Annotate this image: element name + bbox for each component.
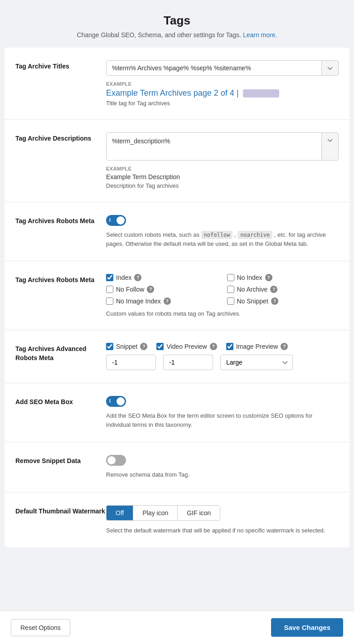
index-label[interactable]: Index [116,274,131,281]
remove-snippet-data-row: Remove Snippet Data Remove schema data f… [5,442,349,493]
video-preview-label[interactable]: Video Preview [166,343,207,350]
snippet-label[interactable]: Snippet [116,343,137,350]
advanced-robots-checkboxes: Snippet ? Video Preview ? Image Preview … [106,343,339,350]
example-label-titles: EXAMPLE [106,81,339,87]
index-help-icon[interactable]: ? [134,274,141,281]
watermark-btn-group: Off Play icon GIF icon [106,505,220,521]
save-changes-button[interactable]: Save Changes [271,618,343,637]
index-checkbox[interactable] [106,274,113,281]
robots-meta-toggle[interactable]: I [106,215,126,226]
page-subtitle: Change Global SEO, Schema, and other set… [9,31,345,39]
tag-archives-advanced-robots-row: Tag Archives Advanced Robots Meta Snippe… [5,330,349,383]
video-preview-checkbox[interactable] [156,343,164,350]
remove-snippet-data-toggle-slider [106,455,126,466]
no-index-label[interactable]: No Index [237,274,262,281]
no-follow-help-icon[interactable]: ? [147,286,154,293]
add-seo-meta-box-description: Add the SEO Meta Box for the term editor… [106,411,339,429]
example-label-desc: EXAMPLE [106,166,339,171]
example-desc-titles: Title tag for Tag archives [106,100,339,107]
image-preview-select[interactable]: Large Standard None [220,355,293,370]
video-preview-value-input[interactable] [163,355,213,370]
tag-archive-titles-input[interactable] [107,61,321,75]
robots-meta-toggle-knob [116,216,125,224]
no-index-help-icon[interactable]: ? [265,274,272,281]
watermark-description: Select the default watermark that will b… [106,526,339,535]
nofollow-code: nofollow [201,231,233,239]
no-image-index-help-icon[interactable]: ? [164,298,171,305]
snippet-value-input[interactable] [106,355,156,370]
footer-bar: Reset Options Save Changes [0,610,354,644]
advanced-robots-inputs: Large Standard None [106,355,339,370]
checkbox-no-archive: No Archive ? [227,286,339,293]
checkbox-index: Index ? [106,274,218,281]
no-image-index-checkbox[interactable] [106,298,113,305]
tag-archives-advanced-robots-label: Tag Archives Advanced Robots Meta [15,343,106,362]
watermark-gif-icon-btn[interactable]: GIF icon [178,506,220,520]
example-blurred-titles [243,89,279,98]
tag-archives-robots-meta-toggle-label: Tag Archives Robots Meta [15,215,106,226]
no-snippet-help-icon[interactable]: ? [271,298,278,305]
noarchive-code: noarchive [238,231,272,239]
tag-archive-descriptions-textarea[interactable]: %term_description% [107,133,321,160]
custom-values-note: Custom values for robots meta tag on Tag… [106,310,339,317]
tag-archive-titles-input-wrapper [106,60,339,76]
snippet-checkbox[interactable] [106,343,113,350]
add-seo-meta-box-row: Add SEO Meta Box I Add the SEO Meta Box … [5,383,349,442]
default-thumbnail-watermark-label: Default Thumbnail Watermark [15,505,106,516]
no-snippet-label[interactable]: No Snippet [237,298,268,305]
tag-archive-descriptions-dropdown-btn[interactable] [321,133,338,160]
no-follow-label[interactable]: No Follow [116,286,144,293]
image-preview-label[interactable]: Image Preview [236,343,278,350]
tag-archives-robots-meta-checkboxes-label: Tag Archives Robots Meta [15,274,106,285]
example-value-titles: Example Term Archives page 2 of 4 | [106,88,339,98]
image-preview-help-icon[interactable]: ? [281,343,288,350]
checkbox-no-follow: No Follow ? [106,286,218,293]
example-desc-desc: Description for Tag archives [106,182,339,189]
add-seo-meta-box-toggle-knob [116,397,125,405]
remove-snippet-data-label: Remove Snippet Data [15,455,106,466]
video-preview-checkbox-item: Video Preview ? [156,343,217,350]
tag-archive-titles-dropdown-btn[interactable] [321,61,338,75]
default-thumbnail-watermark-row: Default Thumbnail Watermark Off Play ico… [5,493,349,548]
tag-archives-robots-meta-toggle-row: Tag Archives Robots Meta I Select custom… [5,202,349,261]
robots-meta-checkboxes-grid: Index ? No Index ? No Follow ? [106,274,339,305]
tag-archives-robots-meta-checkboxes-row: Tag Archives Robots Meta Index ? No Inde… [5,261,349,330]
reset-options-button[interactable]: Reset Options [11,619,70,636]
no-archive-checkbox[interactable] [227,286,234,293]
page-title: Tags [9,14,345,28]
add-seo-meta-box-toggle-slider: I [106,396,126,407]
checkbox-no-snippet: No Snippet ? [227,298,339,305]
remove-snippet-data-toggle[interactable] [106,455,126,466]
remove-snippet-data-description: Remove schema data from Tag. [106,470,339,479]
snippet-checkbox-item: Snippet ? [106,343,147,350]
image-preview-checkbox-item: Image Preview ? [226,343,288,350]
remove-snippet-data-toggle-knob [107,456,116,464]
watermark-play-icon-btn[interactable]: Play icon [133,506,178,520]
no-follow-checkbox[interactable] [106,286,113,293]
checkbox-no-index: No Index ? [227,274,339,281]
tag-archive-descriptions-wrapper: %term_description% [106,132,339,161]
no-archive-label[interactable]: No Archive [237,286,268,293]
no-archive-help-icon[interactable]: ? [270,286,277,293]
add-seo-meta-box-toggle[interactable]: I [106,396,126,407]
tag-archive-titles-row: Tag Archive Titles EXAMPLE Example Term … [5,48,349,120]
watermark-off-btn[interactable]: Off [107,506,133,520]
no-snippet-checkbox[interactable] [227,298,234,305]
image-preview-select-wrapper: Large Standard None [220,355,293,370]
tag-archive-titles-label: Tag Archive Titles [15,60,106,71]
snippet-help-icon[interactable]: ? [140,343,147,350]
checkbox-no-image-index: No Image Index ? [106,298,218,305]
tag-archive-descriptions-label: Tag Archive Descriptions [15,132,106,143]
add-seo-meta-box-label: Add SEO Meta Box [15,396,106,407]
tag-archive-descriptions-row: Tag Archive Descriptions %term_descripti… [5,120,349,202]
image-preview-checkbox[interactable] [226,343,233,350]
example-value-desc: Example Term Description [106,173,339,181]
no-image-index-label[interactable]: No Image Index [116,298,161,305]
learn-more-link[interactable]: Learn more [243,31,276,39]
video-preview-help-icon[interactable]: ? [210,343,217,350]
robots-meta-toggle-slider: I [106,215,126,226]
no-index-checkbox[interactable] [227,274,234,281]
robots-meta-description: Select custom robots meta, such as nofol… [106,230,339,248]
